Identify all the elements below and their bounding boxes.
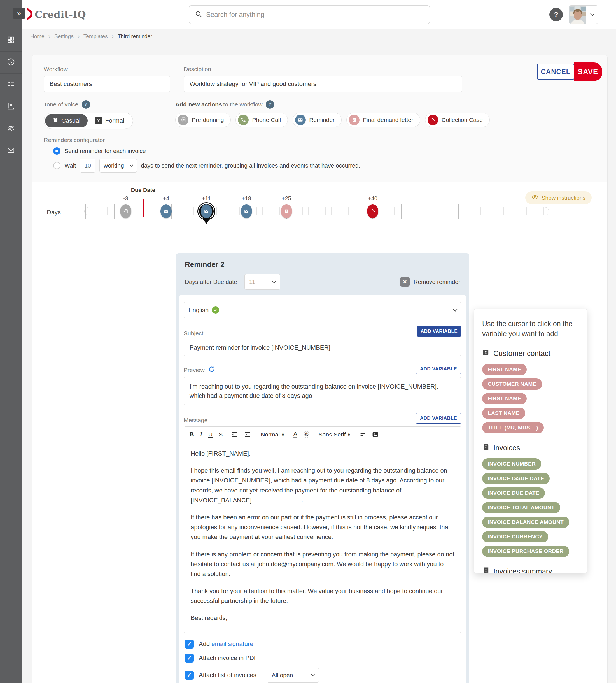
global-search[interactable] [189,5,430,24]
radio-send-each-invoice[interactable] [53,147,61,155]
cancel-button[interactable]: CANCEL [537,64,574,80]
options-checkboxes: ✓ Add email signature ✓ Attach invoice i… [184,640,461,683]
wait-unit-select[interactable]: working [100,158,137,173]
tone-formal-button[interactable]: Formal [88,114,131,127]
wait-label: Wait [64,162,76,169]
paragraph-style-select[interactable]: Normal ▲▼ [261,431,285,438]
help-button[interactable]: ? [549,8,563,21]
indent-icon[interactable] [244,431,251,438]
variable-pill[interactable]: INVOICE PURCHASE ORDER [482,546,569,557]
subject-input[interactable] [184,340,461,356]
sidebar-item-mail[interactable] [0,140,22,162]
variable-pill[interactable]: INVOICE NUMBER [482,458,541,470]
chevron-down-icon [130,163,133,167]
action-phone-call[interactable]: Phone Call [236,113,288,127]
timeline-marker-reminder-3[interactable] [241,204,252,218]
add-signature-checkbox[interactable]: ✓ [185,640,194,648]
insert-image-button[interactable] [372,431,378,438]
workflow-config-section: Workflow Desciption [32,55,607,182]
preview-label: Preview [184,367,205,373]
action-reminder[interactable]: Reminder [292,113,342,127]
attach-list-select[interactable]: All open [267,667,319,683]
show-instructions-button[interactable]: Show instructions [525,191,592,204]
sidebar-expand-button[interactable]: » [13,7,25,19]
user-menu[interactable] [569,5,598,24]
workflow-name-value[interactable] [49,80,164,88]
align-button[interactable] [359,431,366,437]
timeline-marker-collection-case[interactable] [367,204,378,218]
timeline-marker-reminder-1[interactable] [160,204,172,218]
days-after-select[interactable]: 11 [244,274,280,290]
tone-casual-button[interactable]: Casual [45,114,88,127]
variable-pill[interactable]: INVOICE BALANCE AMOUNT [482,517,569,528]
variable-pill[interactable]: INVOICE ISSUE DATE [482,473,550,484]
variable-pill[interactable]: INVOICE CURRENCY [482,531,548,542]
variable-pill[interactable]: CUSTOMER NAME [482,379,542,390]
description-input[interactable] [184,76,462,92]
sidebar-item-dashboard[interactable] [0,29,22,51]
highlight-color-button[interactable]: A [304,431,309,437]
add-variable-preview-button[interactable]: ADD VARIABLE [416,364,461,374]
add-variable-subject-button[interactable]: ADD VARIABLE [417,326,461,337]
action-collection-case[interactable]: Collection Case [425,113,490,127]
breadcrumb-templates[interactable]: Templates [84,33,108,40]
phone-icon [238,114,249,125]
add-actions-help-icon[interactable]: ? [266,100,274,109]
invoice-doc-icon [7,102,15,111]
refresh-icon[interactable] [208,366,215,374]
timeline-marker-final-demand[interactable] [281,204,292,218]
description-label: Desciption [184,66,462,72]
save-button[interactable]: SAVE [574,62,602,81]
sidebar-item-invoices[interactable] [0,95,22,118]
action-pre-dunning[interactable]: Pre-dunning [175,113,231,127]
tone-help-icon[interactable]: ? [82,100,90,109]
check-circle-icon: ✓ [212,306,219,314]
variable-pill[interactable]: LAST NAME [482,408,525,419]
breadcrumb-home[interactable]: Home [30,33,45,40]
variable-pill[interactable]: INVOICE DUE DATE [482,488,545,499]
attach-list-checkbox[interactable]: ✓ [185,671,194,680]
language-select[interactable]: English ✓ [184,302,461,318]
add-variable-message-button[interactable]: ADD VARIABLE [416,413,461,424]
message-body[interactable]: Hello [FIRST_NAME], I hope this email fi… [184,442,461,633]
bold-button[interactable]: B [190,431,194,438]
invoices-pills: INVOICE NUMBER INVOICE ISSUE DATE INVOIC… [482,458,579,557]
tone-of-voice-label: Tone of voice [44,101,79,108]
message-paragraph: If there has been an error on our part o… [191,512,455,542]
outdent-icon[interactable] [232,431,238,438]
suit-icon [95,117,102,124]
sidebar-item-history[interactable] [0,51,22,73]
remove-reminder-button[interactable]: ✕ Remove reminder [400,277,460,286]
breadcrumb-settings[interactable]: Settings [54,33,74,40]
breadcrumb-separator: › [78,33,80,40]
italic-button[interactable]: I [200,431,202,438]
subject-value[interactable] [190,344,456,351]
description-value[interactable] [190,80,456,88]
timeline-marker-pre-dunning[interactable] [120,204,131,218]
attach-pdf-checkbox[interactable]: ✓ [185,654,194,663]
customer-contact-pills: FIRST NAME CUSTOMER NAME FIRST NAME LAST… [482,364,579,433]
action-final-demand-letter[interactable]: Final demand letter [346,113,420,127]
updown-icon: ▲▼ [348,432,351,436]
variable-pill[interactable]: FIRST NAME [482,393,527,404]
chevron-down-icon [453,307,458,312]
timeline-marker-reminder-2-selected[interactable] [197,202,215,220]
text-color-button[interactable]: A [293,431,298,438]
radio-wait-days[interactable] [53,162,61,169]
history-clock-icon [7,58,15,67]
font-family-select[interactable]: Sans Serif ▲▼ [318,431,351,438]
sidebar-item-tasks[interactable] [0,73,22,95]
sidebar-item-customers[interactable] [0,118,22,140]
add-actions-label-bold: Add new actions [175,101,222,108]
email-signature-link[interactable]: email signature [212,640,253,647]
variable-pill[interactable]: INVOICE TOTAL AMOUNT [482,502,560,513]
workflow-name-input[interactable] [44,76,170,92]
variable-pill[interactable]: FIRST NAME [482,364,527,375]
strikethrough-button[interactable]: S [219,431,223,438]
search-input[interactable] [206,10,424,19]
wait-days-input[interactable]: 10 [80,158,95,173]
variable-pill[interactable]: TITLE (MR, MRS,...) [482,422,544,433]
timeline-track[interactable] [84,207,549,215]
show-instructions-label: Show instructions [542,195,586,201]
underline-button[interactable]: U [208,431,213,438]
